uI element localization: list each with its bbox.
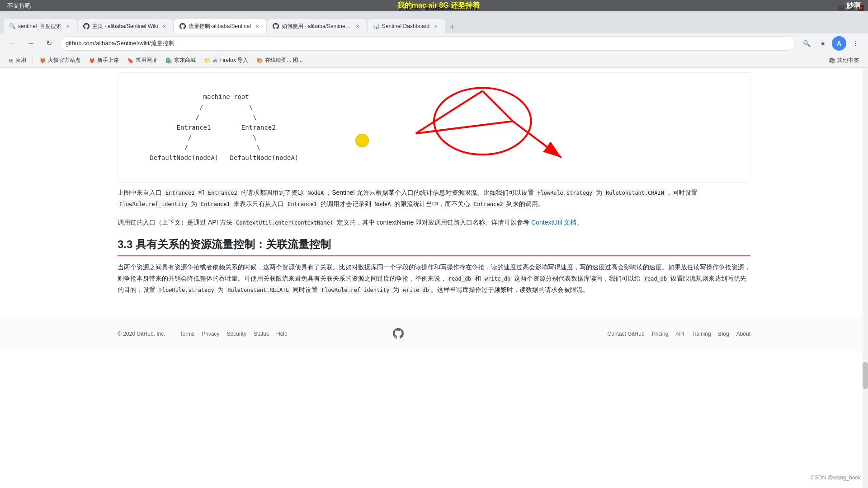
- bookmark-jd[interactable]: 🛍️ 京东商城: [162, 56, 199, 65]
- tab-close-4[interactable]: ✕: [354, 23, 361, 30]
- tab-bar: 🔍 sentinel_百度搜索 ✕ 主页 · alibaba/Sentinel …: [0, 16, 868, 33]
- footer-github-logo: [393, 328, 404, 340]
- bookmark-star-icon[interactable]: ★: [816, 36, 830, 51]
- footer-link-blog[interactable]: Blog: [718, 331, 729, 337]
- code-nodea: NodeA: [306, 189, 326, 197]
- code-flowrule-strategy-2: FlowRule.strategy: [157, 286, 216, 294]
- code-entrance2: Entrance2: [206, 189, 239, 197]
- code-read-db-2: read_db: [642, 275, 669, 283]
- other-label: 其他书签: [837, 56, 859, 64]
- code-contextutil: ContextUtil.enter(contextName): [234, 219, 335, 227]
- code-flowrule-ref2: FlowRule.ref_identity: [320, 286, 391, 294]
- scrollbar[interactable]: [863, 68, 868, 488]
- code-rule-chain: RuleConstant.CHAIN: [604, 189, 666, 197]
- bookmark-other[interactable]: 📚 其他书签: [825, 56, 863, 65]
- tab-favicon-3: [179, 23, 186, 29]
- bookmark-firefox-import[interactable]: 📁 从 Firefox 导入: [200, 56, 252, 65]
- contextutil-doc-link[interactable]: ContextUtil 文档: [531, 219, 576, 226]
- footer-link-terms[interactable]: Terms: [180, 331, 195, 337]
- footer-link-contact[interactable]: Contact GitHub: [608, 331, 645, 337]
- firefox-label: 火狐官方站点: [48, 56, 80, 64]
- tab-title-1: sentinel_百度搜索: [18, 23, 61, 30]
- bookmark-common-sites[interactable]: 🔖 常用网址: [123, 56, 161, 65]
- drawing-label: 在线绘图... 图...: [265, 56, 302, 64]
- bookmark-firefox-official[interactable]: 🦊 火狐官方站点: [36, 56, 84, 65]
- common-label: 常用网址: [136, 56, 157, 64]
- bookmark-apps[interactable]: ⊞ 应用: [5, 56, 30, 65]
- apps-icon: ⊞: [9, 57, 14, 64]
- maximize-button[interactable]: □: [848, 5, 854, 11]
- bookmarks-bar: ⊞ 应用 🦊 火狐官方站点 🦊 新手上路 🔖 常用网址 🛍️ 京东商城 📁 从 …: [0, 53, 868, 68]
- firefox-icon: 🦊: [39, 57, 46, 64]
- tab-favicon-1: 🔍: [9, 23, 15, 29]
- minimize-button[interactable]: —: [838, 5, 844, 11]
- tab-flow-control[interactable]: 流量控制-alibaba/Sentinel ✕: [174, 19, 266, 33]
- code-write-db: write_db: [483, 275, 512, 283]
- tab-title-3: 流量控制-alibaba/Sentinel: [189, 23, 250, 30]
- tab-sentinel-wiki-home[interactable]: 主页 · alibaba/Sentinel Wiki ✕: [78, 19, 173, 33]
- footer-link-about[interactable]: About: [736, 331, 750, 337]
- jd-label: 京东商城: [174, 56, 196, 64]
- tab-close-3[interactable]: ✕: [254, 23, 261, 30]
- tab-favicon-5: 📊: [373, 23, 379, 29]
- footer-link-status[interactable]: Status: [254, 331, 269, 337]
- footer-link-api[interactable]: API: [675, 331, 684, 337]
- user-avatar-icon[interactable]: A: [832, 36, 846, 51]
- forward-button[interactable]: →: [24, 36, 38, 51]
- page-content: machine-root / \ / \ Entrance1 Entrance2…: [0, 72, 868, 317]
- code-read-db: read_db: [447, 275, 473, 283]
- diagram-area: machine-root / \ / \ Entrance1 Entrance2…: [118, 72, 750, 183]
- code-write-db-2: write_db: [401, 286, 430, 294]
- footer-copyright: © 2020 GitHub, Inc.: [118, 331, 165, 337]
- search-icon[interactable]: 🔍: [799, 36, 814, 51]
- url-text: github.com/alibaba/Sentinel/wiki/流量控制: [66, 39, 790, 47]
- code-entrance1-3: Entrance1: [286, 200, 318, 208]
- tab-title-4: 如何使用 · alibaba/Sentinel W: [282, 23, 351, 30]
- firefox-import-icon: 📁: [204, 57, 211, 64]
- footer-link-training[interactable]: Training: [692, 331, 711, 337]
- tab-close-1[interactable]: ✕: [64, 23, 71, 30]
- yellow-dot: [355, 134, 369, 147]
- footer-right-links: Contact GitHub Pricing API Training Blog…: [608, 331, 750, 337]
- paragraph-2: 调用链的入口（上下文）是通过 API 方法 ContextUtil.enter(…: [118, 217, 750, 228]
- beginner-label: 新手上路: [97, 56, 119, 64]
- bookmark-divider-1: [33, 56, 33, 65]
- extensions-icon[interactable]: ⋮: [848, 36, 863, 51]
- bookmark-beginner[interactable]: 🦊 新手上路: [85, 56, 123, 65]
- other-icon: 📚: [829, 57, 835, 64]
- back-button[interactable]: ←: [5, 36, 20, 51]
- apps-label: 应用: [15, 56, 26, 64]
- tab-close-5[interactable]: ✕: [432, 23, 439, 30]
- tab-close-2[interactable]: ✕: [160, 23, 168, 30]
- code-nodea-2: NodeA: [373, 200, 393, 208]
- window-controls: — □ ✕: [838, 5, 864, 11]
- code-flowrule-ref1: FlowRule.ref_identity: [118, 200, 189, 208]
- code-flowrule-strategy: FlowRule.strategy: [536, 189, 594, 197]
- tree-diagram: machine-root / \ / \ Entrance1 Entrance2…: [127, 82, 741, 173]
- title-bar: 流量控制 · alibaba/Sentinel Wiki — □ ✕: [0, 0, 868, 16]
- code-rule-relate: RuleConstant.RELATE: [226, 286, 291, 294]
- address-bar[interactable]: github.com/alibaba/Sentinel/wiki/流量控制: [60, 36, 796, 51]
- new-tab-button[interactable]: +: [446, 21, 458, 33]
- firefox-import-label: 从 Firefox 导入: [212, 56, 248, 64]
- tab-sentinel-search[interactable]: 🔍 sentinel_百度搜索 ✕: [4, 19, 77, 33]
- reload-button[interactable]: ↻: [42, 36, 56, 51]
- tab-title-5: Sentinel Dashboard: [382, 23, 429, 29]
- browser-frame: 流量控制 · alibaba/Sentinel Wiki — □ ✕ 🔍 sen…: [0, 0, 868, 68]
- footer-link-privacy[interactable]: Privacy: [202, 331, 219, 337]
- footer-link-pricing[interactable]: Pricing: [652, 331, 669, 337]
- content-section: 上图中来自入口 Entrance1 和 Entrance2 的请求都调用到了资源…: [0, 183, 868, 317]
- bookmark-drawing[interactable]: 🎨 在线绘图... 图...: [253, 56, 306, 65]
- toolbar: ← → ↻ github.com/alibaba/Sentinel/wiki/流…: [0, 33, 868, 53]
- footer-link-help[interactable]: Help: [276, 331, 288, 337]
- csdn-watermark: CSDN @wang_book: [811, 474, 861, 481]
- title-bar-text: 流量控制 · alibaba/Sentinel Wiki: [40, 5, 838, 12]
- toolbar-icons: 🔍 ★ A ⋮: [799, 36, 863, 51]
- paragraph-1: 上图中来自入口 Entrance1 和 Entrance2 的请求都调用到了资源…: [118, 187, 750, 210]
- footer-link-security[interactable]: Security: [227, 331, 246, 337]
- scroll-thumb[interactable]: [863, 362, 868, 389]
- tab-sentinel-usage[interactable]: 如何使用 · alibaba/Sentinel W ✕: [267, 19, 367, 33]
- close-button[interactable]: ✕: [858, 5, 864, 11]
- tab-favicon-4: [273, 23, 279, 29]
- tab-sentinel-dashboard[interactable]: 📊 Sentinel Dashboard ✕: [368, 19, 445, 33]
